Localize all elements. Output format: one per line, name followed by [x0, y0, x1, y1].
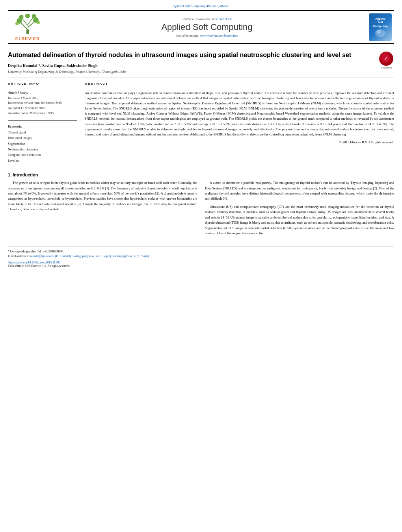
journal-header-center: Contents lists available at ScienceDirec… [51, 17, 363, 37]
contents-available-text: Contents lists available at ScienceDirec… [51, 17, 363, 21]
svg-text:✓: ✓ [384, 56, 388, 61]
article-title-section: Automated delineation of thyroid nodules… [8, 51, 394, 74]
abstract-heading: ABSTRACT [85, 82, 394, 85]
intro-text-left: The growth of cells or cysts in the thyr… [8, 180, 197, 212]
accepted-date: Accepted 17 November 2015 [8, 106, 77, 111]
journal-logo-text: AppliedSoftComputing [373, 17, 388, 28]
introduction-section: 1. Introduction The growth of cells or c… [8, 172, 394, 239]
keywords-list: Thyroid glandUltrasound imagesSegmentati… [8, 130, 77, 164]
doi-link[interactable]: http://dx.doi.org/10.1016/j.asoc.2015.11… [8, 261, 61, 264]
section-number: 1. [8, 172, 11, 177]
elsevier-tree-icon [14, 14, 41, 35]
received-revised-date: Received in revised form 28 October 2015 [8, 101, 77, 106]
journal-citation-text: Applied Soft Computing 40 (2016) 86–97 [173, 4, 229, 8]
keyword-item: Neutrosophic clustering [8, 147, 77, 152]
intro-text-right: is aimed to determine a possible maligna… [205, 180, 394, 236]
keywords-title: Keywords: [8, 124, 77, 128]
authors-line: Deepika Koundal *, Savita Gupta, Sukhwin… [8, 63, 375, 68]
elsevier-logo: ELSEVIER [8, 14, 47, 41]
keywords-divider [8, 120, 77, 120]
intro-col-right: is aimed to determine a possible maligna… [205, 180, 394, 239]
logo-sphere-icon [375, 29, 386, 37]
svg-point-9 [25, 14, 30, 18]
email-addresses[interactable]: koundal@gmail.com (D. Koundal), savitagu… [30, 254, 149, 258]
keyword-item: Ultrasound images [8, 135, 77, 141]
abstract-column: ABSTRACT An accurate contour estimation … [85, 82, 394, 164]
keyword-item: Computer-aided detection [8, 152, 77, 158]
article-info-abstract: ARTICLE INFO Article history: Received 3… [8, 82, 394, 164]
journal-logo-right: AppliedSoftComputing [367, 13, 394, 41]
article-main-title: Automated delineation of thyroid nodules… [8, 51, 375, 59]
sciencedirect-link[interactable]: ScienceDirect [215, 17, 233, 21]
svg-point-13 [376, 30, 381, 34]
article-title-block: Automated delineation of thyroid nodules… [8, 51, 375, 74]
article-info-heading: ARTICLE INFO [8, 82, 77, 85]
abstract-text: An accurate contour estimation plays a s… [85, 91, 394, 137]
svg-point-10 [15, 22, 19, 25]
available-online-date: Available online 28 November 2015 [8, 111, 77, 116]
crossmark-icon: ✓ [379, 52, 393, 66]
keyword-item: Thyroid gland [8, 130, 77, 135]
elsevier-label-text: ELSEVIER [15, 36, 40, 41]
keywords-block: Keywords: Thyroid glandUltrasound images… [8, 124, 77, 164]
svg-rect-0 [26, 30, 29, 34]
crossmark-label: CrossMark [379, 67, 394, 69]
history-items: Received 3 March 2015 Received in revise… [8, 96, 77, 116]
introduction-heading: 1. Introduction [8, 172, 394, 177]
history-title: Article history: [8, 91, 77, 95]
svg-point-7 [19, 15, 24, 19]
journal-title: Applied Soft Computing [51, 22, 363, 32]
article-info-column: ARTICLE INFO Article history: Received 3… [8, 82, 77, 164]
section-divider [8, 78, 394, 78]
keyword-item: Segmentation [8, 141, 77, 147]
doi-line: http://dx.doi.org/10.1016/j.asoc.2015.11… [8, 261, 394, 264]
email-label: E-mail addresses: [8, 254, 29, 258]
footnote-corresponding-author: * Corresponding author. Tel.: +91 989680… [8, 249, 394, 254]
journal-top-citation: Applied Soft Computing 40 (2016) 86–97 [8, 4, 394, 8]
page-wrapper: Applied Soft Computing 40 (2016) 86–97 [8, 0, 394, 280]
abstract-divider [85, 88, 394, 88]
issn-line: 1568-4946/© 2015 Elsevier B.V. All right… [8, 264, 394, 268]
svg-point-8 [32, 14, 36, 18]
article-info-divider [8, 88, 77, 88]
keyword-item: Level set [8, 158, 77, 164]
homepage-url[interactable]: www.elsevier.com/locate/asoc [200, 34, 238, 37]
article-history-block: Article history: Received 3 March 2015 R… [8, 91, 77, 116]
homepage-line: journal homepage: www.elsevier.com/locat… [51, 34, 363, 37]
footer-section: * Corresponding author. Tel.: +91 989680… [8, 247, 394, 268]
author-names: Deepika Koundal *, Savita Gupta, Sukhwin… [8, 63, 98, 68]
section-title: Introduction [13, 172, 38, 177]
introduction-columns: The growth of cells or cysts in the thyr… [8, 180, 394, 239]
copyright-line: © 2015 Elsevier B.V. All rights reserved… [85, 140, 394, 144]
intro-col-left: The growth of cells or cysts in the thyr… [8, 180, 197, 239]
footnote-emails: E-mail addresses: koundal@gmail.com (D. … [8, 254, 394, 259]
crossmark-badge: ✓ CrossMark [379, 52, 394, 69]
received-date: Received 3 March 2015 [8, 96, 77, 101]
journal-logo-box: AppliedSoftComputing [369, 13, 392, 41]
affiliation-line: University Institute of Engineering & Te… [8, 70, 375, 74]
corresponding-author-note: * Corresponding author. Tel.: +91 989680… [8, 250, 64, 253]
journal-header: ELSEVIER Contents lists available at Sci… [8, 10, 394, 44]
svg-point-11 [37, 21, 40, 24]
